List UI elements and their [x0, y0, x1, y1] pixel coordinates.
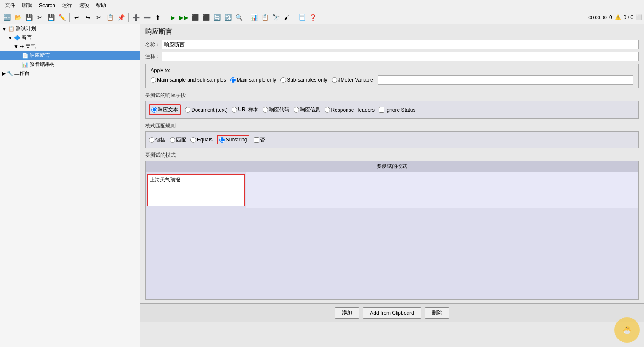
bottom-buttons: 添加 Add from Clipboard 删除	[140, 303, 644, 322]
edit-btn[interactable]: ✏️	[57, 12, 67, 23]
radio-substring-input[interactable]	[219, 137, 225, 143]
pattern-cell-textarea[interactable]: 上海天气预报	[148, 175, 244, 204]
radio-sub-only-input[interactable]	[280, 77, 286, 83]
checkbox-ignore-status-input[interactable]	[379, 107, 384, 113]
comment-input[interactable]	[162, 52, 639, 61]
menu-options[interactable]: 选项	[76, 1, 92, 10]
cut-btn[interactable]: ✂	[94, 12, 104, 23]
name-input[interactable]	[162, 40, 639, 49]
radio-response-info-label: 响应信息	[300, 106, 320, 113]
expand-icon4: ▶	[2, 71, 6, 76]
save-btn[interactable]: 💾	[24, 12, 34, 23]
radio-sub-only[interactable]: Sub-samples only	[280, 77, 327, 83]
view-results-icon: 📊	[22, 62, 28, 68]
radio-jmeter-var[interactable]: JMeter Variable	[332, 77, 373, 83]
menu-run[interactable]: 运行	[59, 1, 76, 10]
checkbox-not[interactable]: 否	[254, 136, 265, 144]
radio-response-text[interactable]: 响应文本	[151, 106, 178, 113]
find-btn[interactable]: 🔍	[234, 12, 244, 23]
paint-btn[interactable]: 🖌	[282, 12, 292, 23]
radio-equals-input[interactable]	[190, 137, 196, 143]
start-no-pauses-btn[interactable]: ▶▶	[179, 12, 189, 23]
menu-edit[interactable]: 编辑	[19, 1, 36, 10]
checkbox-not-label: 否	[260, 136, 265, 144]
radio-substring[interactable]: Substring	[219, 137, 247, 143]
move-up-btn[interactable]: ⬆	[153, 12, 163, 23]
assertion-icon: 🔷	[14, 35, 20, 41]
radio-response-info[interactable]: 响应信息	[294, 106, 320, 113]
spacer2	[20, 62, 21, 68]
remove-btn[interactable]: ➖	[142, 12, 152, 23]
main-layout: ▼ 📋 测试计划 ▼ 🔷 断言 ▼ ✈ 天气 📄 响应断言 📊 察看结果树 ▶ …	[0, 24, 644, 347]
list-btn[interactable]: 📃	[297, 12, 307, 23]
menu-file[interactable]: 文件	[2, 1, 19, 10]
response-field-radio-group: 响应文本 Document (text) URL样本 响应代码	[149, 104, 635, 115]
open-btn[interactable]: 📂	[13, 12, 23, 23]
expand-icon3: ▼	[14, 44, 19, 50]
binoculars-btn[interactable]: 🔭	[271, 12, 281, 23]
menu-search[interactable]: Search	[36, 2, 59, 9]
checkbox-not-input[interactable]	[254, 137, 259, 143]
radio-jmeter-var-input[interactable]	[332, 77, 337, 83]
radio-document[interactable]: Document (text)	[185, 107, 227, 113]
radio-equals[interactable]: Equals	[190, 137, 213, 143]
tree-item-response-assertion[interactable]: 📄 响应断言	[0, 51, 140, 60]
tree-label: 察看结果树	[30, 61, 55, 68]
start-btn[interactable]: ▶	[168, 12, 178, 23]
new-btn[interactable]: 🆕	[2, 12, 12, 23]
radio-response-info-input[interactable]	[294, 107, 299, 113]
radio-response-text-input[interactable]	[151, 107, 157, 113]
radio-matches-input[interactable]	[170, 137, 175, 143]
workbench-icon: 🔧	[7, 71, 13, 76]
jmeter-var-text-input[interactable]	[378, 75, 633, 85]
radio-main-sub-input[interactable]	[151, 77, 156, 83]
radio-main-only-input[interactable]	[230, 77, 236, 83]
comment-row: 注释：	[145, 52, 639, 61]
results-btn[interactable]: 📊	[249, 12, 259, 23]
pattern-to-test-title: 要测试的模式	[145, 152, 639, 159]
delete-button[interactable]: 删除	[425, 307, 449, 319]
paste-btn[interactable]: 📌	[116, 12, 126, 23]
right-panel: 响应断言 名称： 注释： Apply to: Main sample and s…	[140, 24, 644, 347]
tree-item-assertion[interactable]: ▼ 🔷 断言	[0, 33, 140, 42]
checkbox-ignore-status[interactable]: Ignore Status	[379, 107, 415, 113]
radio-main-only[interactable]: Main sample only	[230, 77, 276, 83]
radio-contains[interactable]: 包括	[149, 136, 165, 144]
undo-btn[interactable]: ↩	[72, 12, 82, 23]
radio-contains-input[interactable]	[149, 137, 154, 143]
radio-main-sub[interactable]: Main sample and sub-samples	[151, 77, 226, 83]
log-btn[interactable]: 📋	[260, 12, 270, 23]
sep5	[294, 13, 294, 22]
redo-btn[interactable]: ↪	[83, 12, 93, 23]
save2-btn[interactable]: 💾	[46, 12, 56, 23]
radio-matches[interactable]: 匹配	[170, 136, 186, 144]
clear-btn[interactable]: 🔄	[212, 12, 222, 23]
apply-to-label: Apply to:	[151, 68, 633, 73]
radio-matches-label: 匹配	[176, 136, 186, 144]
stop-btn[interactable]: ⬛	[190, 12, 200, 23]
shutdown-btn[interactable]: ⬛	[201, 12, 211, 23]
expand-icon2: ▼	[8, 35, 13, 41]
add-button[interactable]: 添加	[335, 307, 359, 319]
elapsed-time: 00:00:00	[588, 15, 607, 20]
menu-help[interactable]: 帮助	[92, 1, 109, 10]
copy-btn[interactable]: 📋	[105, 12, 115, 23]
cut-prev-btn[interactable]: ✂	[35, 12, 45, 23]
radio-url-sample[interactable]: URL样本	[232, 106, 258, 113]
add-clipboard-button[interactable]: Add from Clipboard	[363, 307, 421, 319]
clear-all-btn[interactable]: 🔃	[223, 12, 233, 23]
radio-response-code-input[interactable]	[263, 107, 268, 113]
radio-response-headers[interactable]: Response Headers	[325, 107, 375, 113]
tree-item-test-plan[interactable]: ▼ 📋 测试计划	[0, 24, 140, 33]
tree-item-weather[interactable]: ▼ ✈ 天气	[0, 42, 140, 51]
radio-document-input[interactable]	[185, 107, 190, 113]
watermark-icon: 🐣	[614, 317, 640, 343]
radio-response-code[interactable]: 响应代码	[263, 106, 289, 113]
help-btn[interactable]: ❓	[308, 12, 318, 23]
spacer	[20, 53, 21, 59]
radio-url-sample-input[interactable]	[232, 107, 237, 113]
tree-item-workbench[interactable]: ▶ 🔧 工作台	[0, 69, 140, 78]
radio-response-headers-input[interactable]	[325, 107, 330, 113]
add-btn[interactable]: ➕	[131, 12, 141, 23]
tree-item-view-results[interactable]: 📊 察看结果树	[0, 60, 140, 69]
